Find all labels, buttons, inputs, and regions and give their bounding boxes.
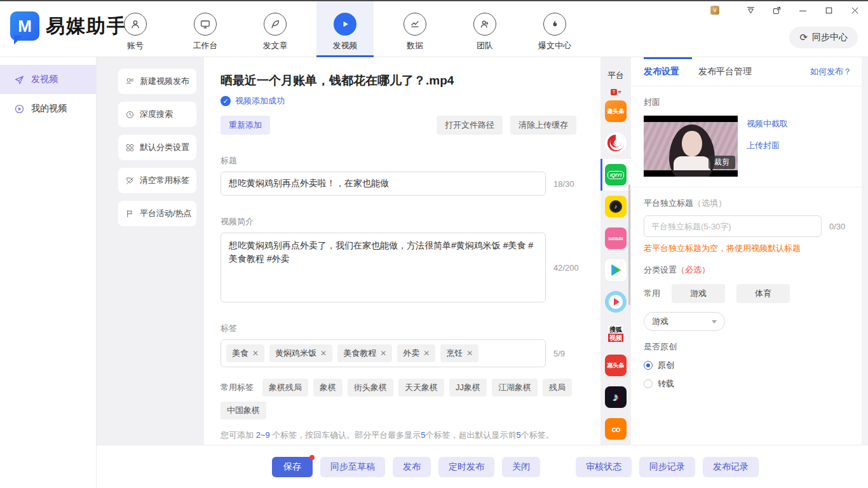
sidebar-item-publish-video[interactable]: 发视频 (0, 65, 96, 94)
tab-publish-settings[interactable]: 发布设置 (644, 66, 679, 78)
remove-tag-icon[interactable]: ✕ (320, 349, 327, 358)
platform-music[interactable]: ♪ (600, 191, 631, 222)
platform-huitoutiao[interactable]: 惠头条 (600, 349, 631, 381)
platform-douyin[interactable]: ♪ (600, 381, 631, 413)
screenshot-icon[interactable] (771, 5, 782, 16)
common-tag[interactable]: 中国象棋 (220, 402, 266, 419)
nav-label: 数据 (407, 40, 423, 51)
theme-icon[interactable] (745, 5, 756, 16)
clock-icon (125, 110, 135, 119)
top-bar: M 易媒助手 账号 工作台 发文章 (0, 1, 868, 57)
window-controls (745, 5, 860, 16)
publish-button[interactable]: 发布 (393, 457, 431, 477)
clear-common-tags-button[interactable]: 清空常用标签 (118, 168, 196, 193)
independent-title-warning: 若平台独立标题为空，将使用视频默认标题 (644, 243, 849, 254)
remove-tag-icon[interactable]: ✕ (380, 349, 386, 358)
capture-from-video-link[interactable]: 视频中截取 (747, 118, 788, 130)
sync-center-label: 同步中心 (812, 32, 848, 43)
category-button-game[interactable]: 游戏 (672, 284, 725, 303)
sidebar-item-label: 发视频 (31, 74, 58, 85)
close-button[interactable]: 关闭 (502, 457, 540, 477)
sync-records-button[interactable]: 同步记录 (639, 457, 695, 477)
minimize-icon[interactable] (797, 5, 808, 16)
common-tag[interactable]: 街头象棋 (348, 379, 393, 396)
douyin-icon: ♪ (605, 386, 627, 408)
common-tag[interactable]: 天天象棋 (398, 379, 444, 396)
cover-thumbnail[interactable]: 裁剪 (644, 116, 738, 177)
flag-icon (125, 209, 135, 219)
publish-panel: 发布设置 发布平台管理 如何发布？ 封面 裁剪 (631, 57, 862, 445)
category-select[interactable]: 游戏 (644, 312, 725, 331)
toutiao-logo-icon[interactable]: T≋ (611, 89, 621, 95)
platform-qutoutiao[interactable]: 趣头条 (600, 95, 631, 127)
tags-input[interactable]: 美食✕ 黄焖鸡米饭✕ 美食教程✕ 外卖✕ 烹饪✕ (220, 339, 546, 367)
tab-platform-management[interactable]: 发布平台管理 (698, 66, 752, 78)
paper-plane-icon (14, 74, 25, 85)
sync-to-draft-button[interactable]: 同步至草稿 (320, 457, 385, 477)
sidebar-item-my-videos[interactable]: 我的视频 (0, 94, 96, 123)
open-file-path-button[interactable]: 打开文件路径 (437, 116, 503, 135)
upload-cover-link[interactable]: 上传封面 (747, 140, 788, 151)
radio-repost[interactable]: 转载 (644, 378, 849, 390)
scheduled-publish-button[interactable]: 定时发布 (438, 457, 494, 477)
tag-chip: 黄焖鸡米饭✕ (269, 344, 332, 362)
category-button-sports[interactable]: 体育 (736, 284, 790, 303)
window-scrollbar-track[interactable] (862, 57, 868, 445)
platform-activity-button[interactable]: 平台活动/热点 (118, 201, 196, 226)
common-tag[interactable]: 象棋 (313, 379, 342, 396)
how-to-publish-link[interactable]: 如何发布？ (810, 66, 851, 78)
platform-ifeng[interactable] (600, 127, 631, 159)
description-textarea[interactable]: 想吃黄焖鸡别再点外卖了，我们在家也能做，方法很简单#黄焖鸡米饭 #美食 #美食教… (220, 233, 546, 302)
nav-item-data[interactable]: 数据 (386, 1, 444, 57)
nav-item-hot-center[interactable]: 爆文中心 (526, 1, 583, 57)
radio-original[interactable]: 原创 (644, 360, 849, 371)
platform-kuaishou[interactable]: co (600, 413, 631, 445)
common-tag[interactable]: 象棋残局 (262, 379, 308, 396)
feather-icon (264, 13, 287, 36)
independent-title-input[interactable] (644, 215, 822, 237)
refresh-icon: ⟳ (799, 32, 808, 43)
radio-unselected-icon (644, 379, 653, 388)
default-category-button[interactable]: 默认分类设置 (118, 135, 196, 160)
tag-text: 烹饪 (446, 348, 463, 359)
chevron-down-icon (712, 320, 717, 323)
sync-center-button[interactable]: ⟳ 同步中心 (789, 27, 858, 48)
remove-tag-icon[interactable]: ✕ (423, 349, 430, 358)
common-tag[interactable]: 残局 (543, 379, 572, 396)
nav-item-team[interactable]: 团队 (456, 1, 513, 57)
platform-rail-label: 平台 (607, 70, 624, 81)
independent-title-count: 0/30 (829, 222, 845, 231)
platform-tencent-video[interactable] (600, 254, 631, 286)
video-file-title: 晒最近一个月账单，钱都花在哪儿了？.mp4 (220, 72, 592, 89)
common-tag[interactable]: 江湖象棋 (492, 379, 538, 396)
readd-button[interactable]: 重新添加 (220, 116, 270, 135)
common-tag[interactable]: JJ象棋 (449, 379, 487, 396)
kuaishou-icon: co (605, 418, 627, 440)
nav-item-account[interactable]: 账号 (107, 1, 164, 57)
platform-bilibili[interactable]: bilibili (600, 222, 631, 254)
radio-selected-icon (644, 361, 653, 370)
sohu-video-icon: 搜狐 视频 (605, 323, 627, 344)
title-input[interactable] (220, 172, 546, 196)
new-video-publish-button[interactable]: 新建视频发布 (118, 69, 196, 94)
platform-haokan-video[interactable] (600, 286, 631, 318)
deep-search-button[interactable]: 深度搜索 (118, 102, 196, 127)
nav-item-workbench[interactable]: 工作台 (177, 1, 234, 57)
remove-tag-icon[interactable]: ✕ (466, 349, 473, 358)
close-icon[interactable] (850, 5, 860, 16)
tool-button-label: 清空常用标签 (140, 175, 189, 186)
haokan-video-icon (605, 291, 627, 313)
clear-upload-cache-button[interactable]: 清除上传缓存 (510, 116, 576, 135)
publish-records-button[interactable]: 发布记录 (703, 457, 759, 477)
nav-item-publish-article[interactable]: 发文章 (247, 1, 304, 57)
platform-rail-scrollbar[interactable] (628, 184, 630, 305)
app-window: M 易媒助手 账号 工作台 发文章 (0, 0, 868, 488)
save-button[interactable]: 保存 (272, 457, 313, 477)
review-status-button[interactable]: 审核状态 (576, 457, 632, 477)
nav-item-publish-video[interactable]: 发视频 (316, 1, 374, 57)
platform-iqiyi[interactable]: iQIYI (600, 159, 631, 191)
remove-tag-icon[interactable]: ✕ (252, 349, 259, 358)
crop-button[interactable]: 裁剪 (709, 156, 735, 169)
platform-sohu-video[interactable]: 搜狐 视频 (600, 318, 631, 349)
maximize-icon[interactable] (824, 5, 834, 16)
